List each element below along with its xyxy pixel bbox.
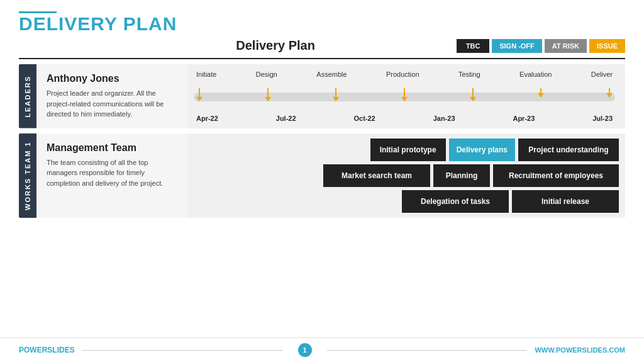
timeline-area: Initiate Design Assemble Production Test… — [187, 64, 625, 128]
phase-evaluation: Evaluation — [519, 71, 552, 78]
main-content: LEADERS Anthony Jones Project leader and… — [0, 64, 644, 218]
team-desc: The team consisting of all the top manag… — [47, 157, 177, 189]
date-jul23: Jul-23 — [592, 115, 613, 122]
footer-page: 1 — [298, 343, 312, 357]
footer-website: WWW.POWERSLIDES.COM — [535, 346, 625, 354]
timeline-arrows — [196, 88, 613, 101]
footer-line-right — [327, 350, 528, 351]
top-header: DELIVERY PLAN — [0, 0, 644, 38]
arrow-testing — [470, 88, 476, 101]
arrow-evaluation — [538, 88, 544, 101]
works-section: WORKS TEAM 1 Management Team The team co… — [19, 133, 625, 218]
works-content: Initial prototype Delivery plans Project… — [187, 133, 625, 218]
badge-tbc: TBC — [457, 39, 489, 53]
task-planning: Planning — [433, 164, 490, 187]
badge-signoff: SIGN -OFF — [492, 39, 542, 53]
phase-testing: Testing — [458, 71, 480, 78]
subtitle-text: Delivery Plan — [94, 38, 457, 53]
task-row-3: Delegation of tasks Initial release — [194, 190, 619, 213]
task-initial-prototype: Initial prototype — [370, 139, 446, 161]
task-row-1: Initial prototype Delivery plans Project… — [194, 139, 619, 161]
main-title: DELIVERY PLAN — [19, 14, 177, 33]
task-market-search: Market search team — [323, 164, 430, 187]
person-name: Anthony Jones — [47, 73, 177, 84]
task-recruitment: Recruitment of employees — [493, 164, 619, 187]
date-apr23: Apr-23 — [513, 115, 535, 122]
leaders-section: LEADERS Anthony Jones Project leader and… — [19, 64, 625, 128]
task-initial-release: Initial release — [512, 190, 619, 213]
badge-atrisk: AT RISK — [545, 39, 587, 53]
title-plain: DELIVERY — [19, 13, 117, 34]
sidebar-label-works: WORKS TEAM 1 — [19, 133, 36, 218]
arrow-initiate — [196, 88, 203, 101]
legend-badges: TBC SIGN -OFF AT RISK ISSUE — [457, 39, 625, 53]
phase-production: Production — [386, 71, 419, 78]
person-desc: Project leader and organizer. All the pr… — [47, 88, 177, 120]
date-jan23: Jan-23 — [433, 115, 455, 122]
tasks-grid: Initial prototype Delivery plans Project… — [194, 139, 619, 213]
team-name: Management Team — [47, 142, 177, 154]
divider — [19, 58, 625, 59]
task-delegation: Delegation of tasks — [402, 190, 509, 213]
sidebar-label-leaders: LEADERS — [19, 64, 36, 128]
task-project-understanding: Project understanding — [518, 139, 619, 161]
footer: POWERSLIDES 1 WWW.POWERSLIDES.COM — [0, 337, 644, 362]
phase-labels: Initiate Design Assemble Production Test… — [194, 71, 615, 78]
phase-assemble: Assemble — [316, 71, 347, 78]
brand-colored: SLIDES — [47, 346, 74, 354]
badge-issue: ISSUE — [589, 39, 625, 53]
date-apr22: Apr-22 — [196, 115, 218, 122]
title-colored: PLAN — [123, 13, 177, 34]
phase-deliver: Deliver — [591, 71, 613, 78]
timeline-track — [194, 88, 615, 106]
task-delivery-plans: Delivery plans — [449, 139, 515, 161]
brand-plain: POWER — [19, 346, 47, 354]
works-info-box: Management Team The team consisting of a… — [36, 133, 187, 218]
arrow-deliver — [606, 88, 613, 101]
phase-design: Design — [256, 71, 277, 78]
phase-initiate: Initiate — [196, 71, 216, 78]
arrow-assemble — [333, 88, 339, 101]
date-oct22: Oct-22 — [353, 115, 375, 122]
arrow-production — [401, 88, 408, 101]
subtitle-bar: Delivery Plan TBC SIGN -OFF AT RISK ISSU… — [0, 38, 644, 53]
leaders-info-box: Anthony Jones Project leader and organiz… — [36, 64, 187, 128]
date-jul22: Jul-22 — [276, 115, 296, 122]
footer-brand: POWERSLIDES — [19, 346, 75, 354]
date-labels: Apr-22 Jul-22 Oct-22 Jan-23 Apr-23 Jul-2… — [194, 115, 615, 122]
task-row-2: Market search team Planning Recruitment … — [194, 164, 619, 187]
arrow-design — [265, 88, 271, 101]
footer-line-left — [82, 350, 283, 351]
